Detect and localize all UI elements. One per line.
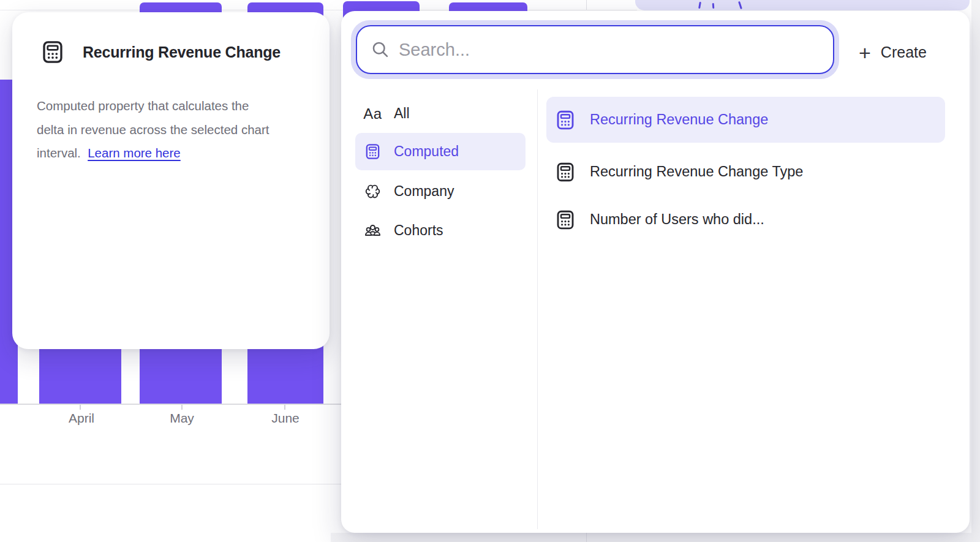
result-label: Recurring Revenue Change [590,111,768,128]
create-button-label: Create [881,43,927,61]
pill-text-fragment [698,2,701,9]
page-background-strip-right [971,0,980,542]
result-number-of-users-who-did[interactable]: Number of Users who did... [546,197,945,243]
axis-tick-may [181,405,183,410]
page-background-strip [331,533,980,542]
tooltip-desc-line2: delta in revenue across the selected cha… [37,122,269,137]
tooltip-desc-line3: interval. [37,146,88,160]
pill-text-fragment [738,1,742,9]
search-focus-halo [351,20,839,79]
axis-tick-april [80,405,81,410]
tooltip-description: Computed property that calculates the de… [37,94,309,165]
cohorts-icon [364,222,382,239]
tooltip-header: Recurring Revenue Change [40,39,281,65]
search-box[interactable] [356,25,834,74]
selected-property-pill[interactable] [635,0,970,10]
property-picker-panel: + Create Aa All Computed Company [341,11,970,533]
panel-divider [537,89,538,529]
calculator-icon [40,39,66,65]
screen: April May June Recurring Revenue Change … [0,0,980,542]
result-label: Recurring Revenue Change Type [590,164,803,180]
page-column-divider-bottom [586,533,587,542]
page-column-divider-top [586,0,587,10]
result-label: Number of Users who did... [590,211,764,228]
axis-label-june: June [271,411,300,426]
search-input[interactable] [357,26,833,73]
category-all[interactable]: Aa All [355,95,526,132]
tooltip-title: Recurring Revenue Change [83,43,281,61]
calculator-icon [554,109,576,131]
result-recurring-revenue-change-type[interactable]: Recurring Revenue Change Type [546,149,945,195]
axis-label-april: April [69,411,94,426]
pill-text-fragment [712,3,715,9]
learn-more-link[interactable]: Learn more here [88,146,181,160]
company-icon [364,183,382,200]
category-label: Company [394,183,454,200]
axis-tick-june [284,405,285,410]
calculator-icon [554,209,576,231]
category-cohorts[interactable]: Cohorts [355,212,526,249]
property-tooltip-card: Recurring Revenue Change Computed proper… [12,12,330,349]
text-format-icon: Aa [364,105,382,122]
plus-icon: + [859,42,871,63]
tooltip-desc-line1: Computed property that calculates the [37,99,249,113]
axis-label-may: May [170,411,194,426]
category-label: Cohorts [394,222,443,239]
create-button[interactable]: + Create [859,36,927,69]
category-label: Computed [394,143,459,160]
calculator-icon [554,161,576,183]
calculator-icon [364,143,382,160]
category-label: All [394,105,410,122]
category-computed[interactable]: Computed [355,133,526,170]
category-company[interactable]: Company [355,173,526,210]
result-recurring-revenue-change[interactable]: Recurring Revenue Change [546,97,945,143]
